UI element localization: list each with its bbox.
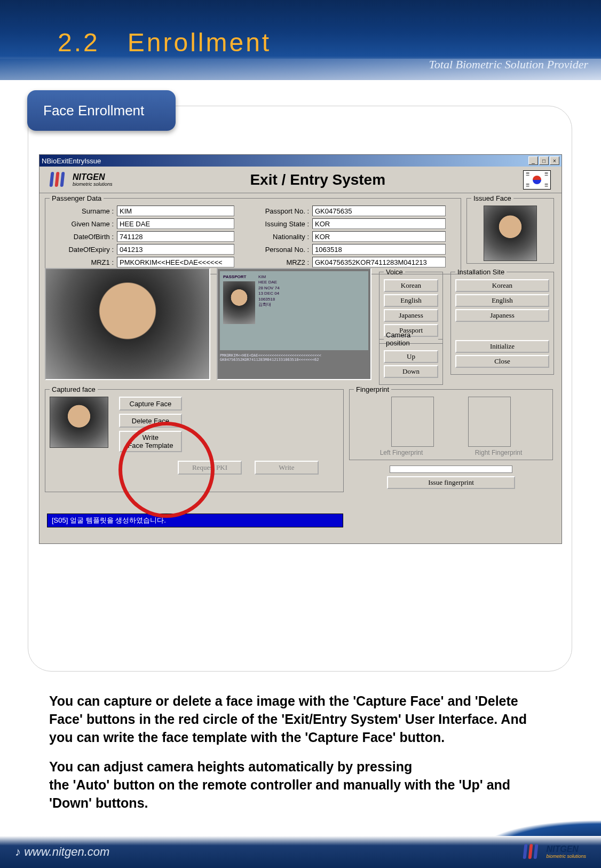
lbl-doe: DateOfExpiry : <box>50 246 114 254</box>
lbl-mrz2: MRZ2 : <box>256 258 309 266</box>
camera-up-button[interactable]: Up <box>384 350 438 363</box>
delete-face-button[interactable]: Delete Face <box>119 414 182 428</box>
lbl-issuing-state: Issuing State : <box>256 220 309 228</box>
voice-english-button[interactable]: English <box>384 294 438 307</box>
app-header: NITGEN biometric solutions Exit / Entry … <box>39 167 562 193</box>
issue-fingerprint-button[interactable]: Issue fingerprint <box>387 476 515 489</box>
flag-korea-icon: ☰☰☰☰ <box>523 170 551 190</box>
content-card: Face Enrollment NBioExitEntryIssue _ □ ×… <box>28 106 572 672</box>
voice-legend: Voice <box>384 268 405 276</box>
fingerprint-progress <box>390 465 512 473</box>
issue-fingerprint-block: Issue fingerprint <box>349 465 553 489</box>
passport-mrz2: GK04756352KOR7411283M04121331063518<<<<<… <box>220 358 368 362</box>
lbl-mrz1: MRZ1 : <box>50 258 114 266</box>
write-button[interactable]: Write <box>255 461 319 475</box>
slide-section-title: 2.2 Enrollment <box>58 28 271 57</box>
app-window: NBioExitEntryIssue _ □ × NITGEN biometri… <box>39 154 562 544</box>
write-face-template-button[interactable]: Write Face Template <box>119 431 182 452</box>
footer-brand-name: NITGEN <box>546 845 586 854</box>
footer-brand: NITGEN biometric solutions <box>524 844 586 860</box>
passenger-data-group: Passenger Data Surname : Given Name : Da… <box>45 194 461 274</box>
window-titlebar: NBioExitEntryIssue _ □ × <box>39 155 562 167</box>
voice-korean-button[interactable]: Korean <box>384 279 438 292</box>
passport-mrz1: PMKORKIM<<HEE<DAE<<<<<<<<<<<<<<<<<<<<<<<… <box>220 353 368 358</box>
camera-position-legend: Camera position <box>384 331 438 347</box>
nationality-field[interactable] <box>312 231 446 242</box>
surname-field[interactable] <box>117 206 234 216</box>
lbl-nationality: Nationality : <box>256 233 309 241</box>
passport-no-field[interactable] <box>312 206 446 216</box>
right-fingerprint-label: Right Fingerprint <box>475 449 523 456</box>
left-fingerprint-label: Left Fingerprint <box>380 449 423 456</box>
app-title: Exit / Entry System <box>250 171 385 188</box>
window-title: NBioExitEntryIssue <box>42 157 101 165</box>
mrz2-field[interactable] <box>312 257 446 267</box>
brand-subtitle: biometric solutions <box>73 182 113 187</box>
captured-face-group: Captured face Capture Face Delete Face W… <box>45 385 344 492</box>
installation-legend: Installation Site <box>455 268 507 276</box>
footer-url: ♪ www.nitgen.com <box>15 845 109 859</box>
issued-face-legend: Issued Face <box>471 194 513 202</box>
minimize-button[interactable]: _ <box>528 156 538 165</box>
left-fingerprint-box <box>391 397 434 447</box>
lbl-passport-no: Passport No. : <box>256 207 309 215</box>
passport-header: PASSPORT <box>223 274 255 279</box>
tab-label: Face Enrollment <box>43 102 144 119</box>
maximize-button[interactable]: □ <box>539 156 549 165</box>
nitgen-logo-icon <box>50 172 68 188</box>
capture-face-button[interactable]: Capture Face <box>119 397 182 411</box>
mrz1-field[interactable] <box>117 257 234 267</box>
section-title-text: Enrollment <box>128 28 271 57</box>
right-fingerprint-box <box>468 397 511 447</box>
brand-name: NITGEN <box>73 173 113 182</box>
captured-face-legend: Captured face <box>50 385 98 393</box>
fingerprint-legend: Fingerprint <box>354 385 391 393</box>
dob-field[interactable] <box>117 231 234 242</box>
slide-header: 2.2 Enrollment Total Biometric Solution … <box>0 0 601 80</box>
installation-site-group: Installation Site Korean English Japanes… <box>450 268 554 375</box>
passport-text-lines: KIM HEE DAE 28 NOV 74 13 DEC 04 1063518 … <box>258 274 365 347</box>
lbl-given-name: Given Name : <box>50 220 114 228</box>
lbl-dob: DateOfBirth : <box>50 233 114 241</box>
install-english-button[interactable]: English <box>455 294 549 307</box>
close-button[interactable]: × <box>550 156 559 165</box>
close-app-button[interactable]: Close <box>455 355 549 368</box>
live-camera-view <box>45 268 210 380</box>
slide-footer: ♪ www.nitgen.com NITGEN biometric soluti… <box>0 836 601 868</box>
install-korean-button[interactable]: Korean <box>455 279 549 292</box>
brand-logo-block: NITGEN biometric solutions <box>50 172 113 188</box>
camera-down-button[interactable]: Down <box>384 365 438 378</box>
camera-position-group: Camera position Up Down <box>379 331 443 385</box>
issuing-state-field[interactable] <box>312 218 446 229</box>
window-controls: _ □ × <box>528 156 559 165</box>
footer-brand-subtitle: biometric solutions <box>546 854 586 859</box>
lbl-surname: Surname : <box>50 207 114 215</box>
passenger-legend: Passenger Data <box>50 194 104 202</box>
doe-field[interactable] <box>117 244 234 255</box>
issued-face-group: Issued Face <box>466 194 554 264</box>
initialize-button[interactable]: Initialize <box>455 340 549 353</box>
given-name-field[interactable] <box>117 218 234 229</box>
section-tab: Face Enrollment <box>27 90 176 131</box>
captured-face-thumbnail <box>50 397 108 448</box>
personal-no-field[interactable] <box>312 244 446 255</box>
issued-face-photo <box>484 206 537 261</box>
footer-logo-icon <box>524 844 542 860</box>
install-japaness-button[interactable]: Japaness <box>455 309 549 322</box>
description-p1: You can capture or delete a face image w… <box>49 692 551 746</box>
tagline: Total Biometric Solution Provider <box>429 58 588 72</box>
passport-scan-view: PASSPORT KIM HEE DAE 28 NOV 74 13 DEC 04… <box>217 268 371 380</box>
description-p2: You can adjust camera heights automatica… <box>49 758 551 812</box>
description-block: You can capture or delete a face image w… <box>49 692 551 824</box>
fingerprint-group: Fingerprint Left Fingerprint Right Finge… <box>349 385 553 460</box>
passport-photo <box>223 281 255 324</box>
lbl-personal-no: Personal No. : <box>256 246 309 254</box>
request-pki-button[interactable]: Request PKI <box>178 461 242 475</box>
section-number: 2.2 <box>58 28 100 57</box>
app-content: Passenger Data Surname : Given Name : Da… <box>39 193 562 543</box>
status-message: [S05] 얼굴 템플릿을 생성하였습니다. <box>47 514 343 527</box>
voice-japaness-button[interactable]: Japaness <box>384 309 438 322</box>
